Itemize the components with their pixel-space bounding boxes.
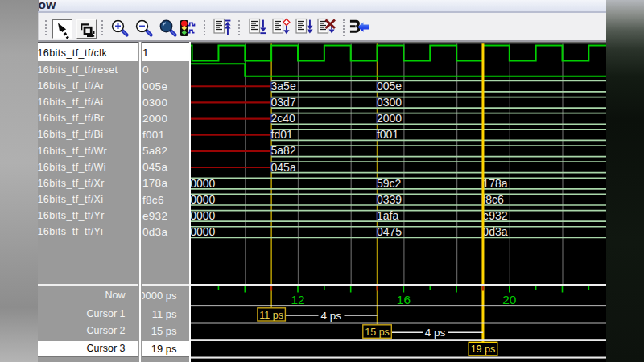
svg-text:2c40: 2c40 <box>271 112 296 125</box>
svg-text:19 ps: 19 ps <box>471 343 496 355</box>
svg-text:045a: 045a <box>271 161 296 174</box>
svg-text:3a5e: 3a5e <box>271 80 296 93</box>
svg-text:0475: 0475 <box>377 225 402 238</box>
svg-text:15 ps: 15 ps <box>365 327 390 338</box>
svg-text:20: 20 <box>502 293 517 306</box>
svg-text:0000: 0000 <box>191 193 216 206</box>
svg-text:0000: 0000 <box>191 177 216 190</box>
svg-text:11 ps: 11 ps <box>259 310 283 321</box>
svg-text:178a: 178a <box>482 177 507 190</box>
svg-text:e932: e932 <box>482 209 507 222</box>
svg-text:1afa: 1afa <box>377 209 398 222</box>
svg-text:0339: 0339 <box>377 193 402 206</box>
svg-text:16: 16 <box>397 293 411 306</box>
svg-text:0300: 0300 <box>377 96 402 109</box>
svg-text:f001: f001 <box>377 128 398 141</box>
svg-text:4 ps: 4 ps <box>320 310 341 322</box>
svg-text:fd01: fd01 <box>271 128 293 141</box>
svg-text:03d7: 03d7 <box>271 96 296 109</box>
svg-text:12: 12 <box>291 293 304 306</box>
svg-text:59c2: 59c2 <box>377 177 402 190</box>
svg-text:f8c6: f8c6 <box>482 193 504 206</box>
svg-text:0000: 0000 <box>191 225 216 238</box>
svg-text:005e: 005e <box>377 80 402 93</box>
svg-text:2000: 2000 <box>377 112 402 125</box>
svg-text:4 ps: 4 ps <box>425 327 446 339</box>
svg-text:5a82: 5a82 <box>271 144 296 157</box>
svg-text:0d3a: 0d3a <box>482 225 507 238</box>
svg-text:0000: 0000 <box>191 209 216 222</box>
